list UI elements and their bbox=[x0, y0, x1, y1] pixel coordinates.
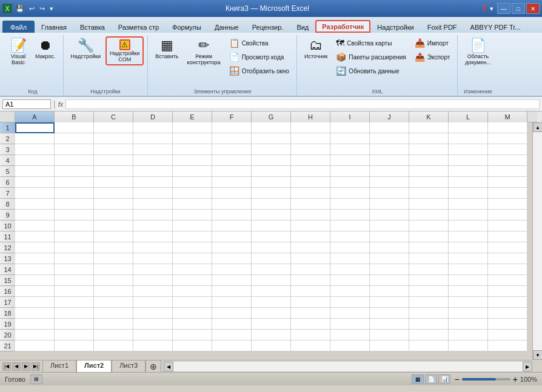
tab-view[interactable]: Вид bbox=[290, 21, 315, 33]
cell-D1[interactable] bbox=[133, 122, 173, 133]
tab-review[interactable]: Рецензир. bbox=[246, 21, 290, 33]
sheet-tab-first-button[interactable]: |◀ bbox=[2, 362, 11, 371]
tab-file[interactable]: Файл bbox=[2, 21, 35, 33]
row-header-3[interactable]: 3 bbox=[0, 144, 15, 155]
com-addins-button[interactable]: ⚠ НадстройкиCOM bbox=[105, 36, 144, 65]
sheet-tab-sheet2[interactable]: Лист2 bbox=[76, 360, 112, 372]
col-header-G[interactable]: G bbox=[252, 111, 291, 122]
sheet-tab-last-button[interactable]: ▶| bbox=[32, 362, 40, 371]
vertical-scrollbar[interactable]: ▲ ▼ bbox=[532, 122, 542, 360]
page-break-view-button[interactable]: 📊 bbox=[438, 374, 450, 384]
col-header-M[interactable]: M bbox=[488, 111, 527, 122]
scroll-right-button[interactable]: ▶ bbox=[523, 362, 532, 371]
close-button[interactable]: ✕ bbox=[526, 3, 540, 14]
formula-input[interactable] bbox=[65, 99, 540, 109]
minimize-button[interactable]: — bbox=[497, 3, 510, 14]
tab-addins[interactable]: Надстройки bbox=[370, 21, 420, 33]
row-header-7[interactable]: 7 bbox=[0, 188, 15, 199]
maximize-button[interactable]: □ bbox=[512, 3, 525, 14]
row-header-17[interactable]: 17 bbox=[0, 297, 15, 308]
tab-page-layout[interactable]: Разметка стр bbox=[112, 21, 166, 33]
scroll-up-button[interactable]: ▲ bbox=[533, 122, 542, 132]
col-header-C[interactable]: C bbox=[94, 111, 133, 122]
undo-qat-button[interactable]: ↩ bbox=[28, 5, 36, 13]
col-header-F[interactable]: F bbox=[212, 111, 252, 122]
row-header-20[interactable]: 20 bbox=[0, 330, 15, 341]
row-header-14[interactable]: 14 bbox=[0, 264, 15, 275]
col-header-D[interactable]: D bbox=[133, 111, 173, 122]
col-header-A[interactable]: A bbox=[15, 111, 55, 122]
row-header-2[interactable]: 2 bbox=[0, 133, 15, 144]
doc-panel-button[interactable]: 📄 Областьдокумен... bbox=[461, 36, 494, 68]
save-qat-button[interactable]: 💾 bbox=[15, 5, 25, 13]
col-header-B[interactable]: B bbox=[55, 111, 94, 122]
cell-A2[interactable] bbox=[15, 133, 55, 144]
export-button[interactable]: 📤 Экспорт bbox=[411, 50, 454, 64]
cell-I1[interactable] bbox=[330, 122, 370, 133]
refresh-data-button[interactable]: 🔄 Обновить данные bbox=[332, 64, 409, 78]
sheet-tab-add[interactable]: ⊕ bbox=[146, 360, 161, 372]
tab-insert[interactable]: Вставка bbox=[73, 21, 112, 33]
zoom-slider[interactable] bbox=[462, 378, 510, 380]
show-window-button[interactable]: 🪟 Отобразить окно bbox=[226, 64, 293, 78]
view-code-button[interactable]: 📄 Просмотр кода bbox=[226, 50, 293, 64]
row-header-16[interactable]: 16 bbox=[0, 286, 15, 297]
row-header-6[interactable]: 6 bbox=[0, 177, 15, 188]
qat-dropdown-button[interactable]: ▾ bbox=[49, 5, 55, 13]
properties-button[interactable]: 📋 Свойства bbox=[226, 36, 293, 50]
help-button[interactable]: ❓ bbox=[480, 5, 489, 13]
col-header-E[interactable]: E bbox=[173, 111, 212, 122]
cell-H1[interactable] bbox=[291, 122, 330, 133]
cell-F1[interactable] bbox=[212, 122, 252, 133]
zoom-out-button[interactable]: − bbox=[454, 374, 459, 384]
cell-E1[interactable] bbox=[173, 122, 212, 133]
cell-K1[interactable] bbox=[409, 122, 449, 133]
tab-foxit[interactable]: Foxit PDF bbox=[421, 21, 464, 33]
design-mode-button[interactable]: ✏ Режимконструктора bbox=[184, 36, 224, 68]
row-header-19[interactable]: 19 bbox=[0, 319, 15, 330]
sheet-tab-sheet1[interactable]: Лист1 bbox=[42, 360, 76, 372]
page-layout-view-button[interactable]: 📄 bbox=[425, 374, 437, 384]
sheet-tab-sheet3[interactable]: Лист3 bbox=[112, 360, 146, 372]
cell-A1[interactable] bbox=[15, 122, 55, 133]
cell-L1[interactable] bbox=[449, 122, 488, 133]
cell-M1[interactable] bbox=[488, 122, 527, 133]
row-header-4[interactable]: 4 bbox=[0, 155, 15, 166]
redo-qat-button[interactable]: ↪ bbox=[38, 5, 46, 13]
col-header-L[interactable]: L bbox=[449, 111, 488, 122]
row-header-8[interactable]: 8 bbox=[0, 199, 15, 210]
insert-control-button[interactable]: ▦ Вставить bbox=[152, 36, 182, 62]
col-header-H[interactable]: H bbox=[291, 111, 330, 122]
cell-B1[interactable] bbox=[55, 122, 94, 133]
row-header-13[interactable]: 13 bbox=[0, 253, 15, 264]
tab-abbyy[interactable]: ABBYY PDF Tr... bbox=[464, 21, 527, 33]
normal-view-button[interactable]: ▦ bbox=[412, 374, 424, 384]
col-header-I[interactable]: I bbox=[330, 111, 370, 122]
scroll-left-button[interactable]: ◀ bbox=[164, 362, 173, 371]
row-header-21[interactable]: 21 bbox=[0, 341, 15, 351]
row-header-9[interactable]: 9 bbox=[0, 210, 15, 221]
expansion-packs-button[interactable]: 📦 Пакеты расширения bbox=[332, 50, 409, 64]
tab-home[interactable]: Главная bbox=[35, 21, 73, 33]
row-header-1[interactable]: 1 bbox=[0, 122, 15, 133]
minimize-ribbon-button[interactable]: ▾ bbox=[490, 5, 493, 13]
cell-G1[interactable] bbox=[252, 122, 291, 133]
col-header-K[interactable]: K bbox=[409, 111, 449, 122]
tab-formulas[interactable]: Формулы bbox=[166, 21, 208, 33]
addins-button[interactable]: 🔧 Надстройки bbox=[67, 36, 104, 62]
map-properties-button[interactable]: 🗺 Свойства карты bbox=[332, 36, 409, 50]
row-header-12[interactable]: 12 bbox=[0, 242, 15, 253]
horizontal-scrollbar[interactable]: ◀ ▶ bbox=[164, 362, 532, 371]
macros-button[interactable]: ⏺ Макрос. bbox=[32, 36, 59, 62]
row-header-5[interactable]: 5 bbox=[0, 166, 15, 177]
row-header-18[interactable]: 18 bbox=[0, 308, 15, 319]
vba-button[interactable]: 📝 VisualBasic bbox=[6, 36, 30, 68]
tab-data[interactable]: Данные bbox=[208, 21, 246, 33]
sheet-tab-next-button[interactable]: ▶ bbox=[22, 362, 30, 371]
sheet-tab-prev-button[interactable]: ◀ bbox=[12, 362, 21, 371]
cell-reference-box[interactable] bbox=[2, 99, 51, 109]
row-header-15[interactable]: 15 bbox=[0, 275, 15, 286]
cell-J1[interactable] bbox=[370, 122, 409, 133]
corner-cell[interactable] bbox=[0, 111, 15, 122]
source-button[interactable]: 🗂 Источник bbox=[301, 36, 331, 62]
